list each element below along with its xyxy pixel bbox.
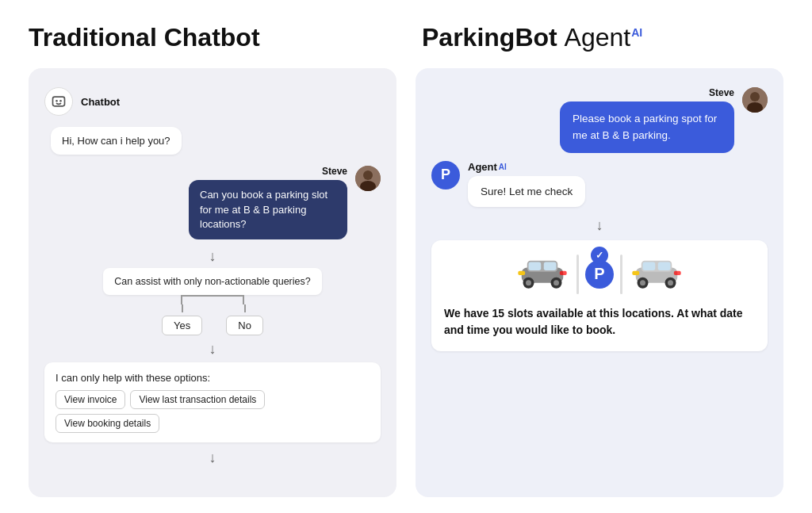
steve-bubble-left: Can you book a parking slot for me at B … xyxy=(189,180,347,239)
agent-name-label: Agent xyxy=(468,161,497,173)
check-badge: ✓ xyxy=(591,247,608,264)
option-view-booking[interactable]: View booking details xyxy=(56,414,159,433)
car-right-icon xyxy=(629,253,684,296)
svg-rect-27 xyxy=(632,271,639,275)
svg-rect-11 xyxy=(529,262,542,270)
parking-divider-2 xyxy=(620,255,622,294)
arrow-1: ↓ xyxy=(44,249,381,263)
right-panel: Steve Please book a parking spot for me … xyxy=(416,68,783,497)
no-branch: No xyxy=(226,304,263,335)
steve-name-right: Steve xyxy=(709,87,734,98)
svg-point-26 xyxy=(668,280,673,285)
left-panel: Chatbot Hi, How can i help you? Steve Ca… xyxy=(29,68,396,497)
svg-point-16 xyxy=(553,280,559,285)
parking-p-icon: P xyxy=(585,260,614,289)
right-title: ParkingBot AgentAI xyxy=(422,22,642,52)
agent-icon: P xyxy=(431,161,460,190)
svg-point-4 xyxy=(363,170,373,180)
steve-avatar-right xyxy=(742,87,768,113)
svg-point-14 xyxy=(526,280,531,285)
greeting-bubble: Hi, How can i help you? xyxy=(51,127,182,155)
page-container: Traditional Chatbot ParkingBot AgentAI xyxy=(0,0,812,513)
arrow-right-1: ↓ xyxy=(431,218,768,232)
parking-divider-1 xyxy=(576,255,579,294)
svg-rect-12 xyxy=(544,262,557,270)
options-box: I can only help with these options: View… xyxy=(44,362,381,442)
steve-row-right: Steve Please book a parking spot for me … xyxy=(431,87,768,153)
right-title-bold: ParkingBot xyxy=(422,23,565,52)
agent-response-bubble: Sure! Let me check xyxy=(468,176,585,207)
chatbot-icon xyxy=(44,87,73,116)
greeting-container: Hi, How can i help you? xyxy=(44,127,381,166)
steve-row-left: Steve Can you book a parking slot for me… xyxy=(44,166,381,239)
agent-name-row: AgentAI xyxy=(468,161,585,173)
agent-row: P AgentAI Sure! Let me check xyxy=(431,161,768,207)
option-view-last-transaction[interactable]: View last transaction details xyxy=(130,390,265,409)
svg-rect-21 xyxy=(643,262,656,270)
steve-name-left: Steve xyxy=(322,166,347,177)
query-box: Can assist with only non-actionable quer… xyxy=(103,268,321,295)
steve-info-left: Steve Can you book a parking slot for me… xyxy=(189,166,347,239)
no-branch-line xyxy=(244,304,246,312)
options-title: I can only help with these options: xyxy=(56,372,370,384)
chatbot-header: Chatbot xyxy=(44,87,381,116)
svg-point-2 xyxy=(59,100,62,102)
left-title: Traditional Chatbot xyxy=(29,22,260,52)
arrow-2: ↓ xyxy=(44,342,381,356)
svg-rect-28 xyxy=(674,271,681,275)
steve-bubble-right: Please book a parking spot for me at B &… xyxy=(560,101,734,153)
branch-bottom: Yes No xyxy=(162,304,263,335)
options-buttons: View invoice View last transaction detai… xyxy=(56,390,370,433)
car-left-icon xyxy=(515,253,570,296)
agent-ai-badge: AI xyxy=(499,163,507,171)
header-row: Traditional Chatbot ParkingBot AgentAI xyxy=(29,22,783,52)
right-header: ParkingBot AgentAI xyxy=(406,22,783,52)
yes-branch: Yes xyxy=(162,304,202,335)
yes-button[interactable]: Yes xyxy=(162,316,202,335)
chatbot-label: Chatbot xyxy=(81,96,120,108)
right-title-ai: AI xyxy=(631,26,642,39)
svg-point-7 xyxy=(750,92,760,101)
svg-rect-22 xyxy=(658,262,671,270)
svg-point-24 xyxy=(640,280,645,285)
agent-content: AgentAI Sure! Let me check xyxy=(468,161,585,207)
steve-info-right: Steve Please book a parking spot for me … xyxy=(560,87,734,153)
left-header: Traditional Chatbot xyxy=(29,22,406,52)
svg-rect-18 xyxy=(560,271,567,275)
yes-branch-line xyxy=(182,304,183,312)
steve-avatar-left xyxy=(355,166,381,191)
branch-top-line xyxy=(181,295,244,304)
parking-visual-box: ✓ xyxy=(431,240,768,351)
svg-point-1 xyxy=(56,100,58,102)
parking-cars-row: ✓ xyxy=(515,253,684,296)
content-row: Chatbot Hi, How can i help you? Steve Ca… xyxy=(29,68,783,497)
option-view-invoice[interactable]: View invoice xyxy=(56,390,125,409)
svg-rect-17 xyxy=(518,271,525,275)
branch-container: Yes No xyxy=(44,295,381,335)
right-title-agent: Agent xyxy=(565,23,631,52)
parking-availability-text: We have 15 slots available at this locat… xyxy=(444,305,755,339)
arrow-3: ↓ xyxy=(44,450,381,465)
query-container: Can assist with only non-actionable quer… xyxy=(44,268,381,295)
left-flow: Chatbot Hi, How can i help you? Steve Ca… xyxy=(44,87,381,469)
no-button[interactable]: No xyxy=(226,316,263,335)
